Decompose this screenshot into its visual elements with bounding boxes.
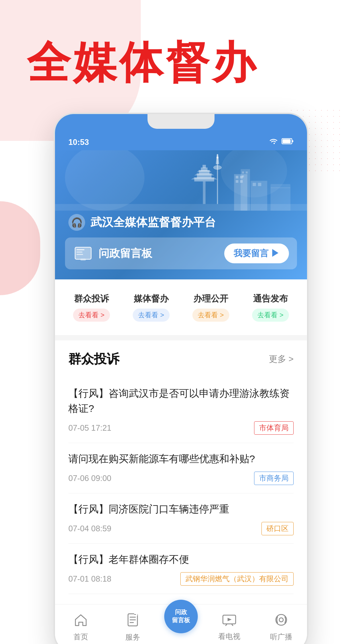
service-icon	[127, 613, 139, 630]
svg-rect-30	[246, 171, 248, 173]
news-item-1[interactable]: 【行风】咨询武汉市是否可以申请办理游泳教练资格证? 07-05 17:21 市体…	[68, 378, 294, 443]
news-title-3: 【行风】同济医院门口车辆违停严重	[68, 501, 294, 517]
svg-rect-2	[292, 140, 293, 142]
svg-rect-33	[75, 247, 91, 259]
svg-rect-31	[242, 175, 244, 177]
category-office-label: 办理公开	[193, 293, 228, 305]
message-board-left: 问政留言板	[73, 245, 152, 262]
category-complaint-btn[interactable]: 去看看 >	[73, 309, 110, 322]
svg-rect-17	[203, 181, 205, 204]
news-tag-3: 硚口区	[261, 522, 294, 535]
nav-item-radio[interactable]: 听广播	[261, 613, 301, 642]
svg-point-7	[214, 165, 222, 169]
svg-marker-16	[197, 170, 212, 172]
news-title-4: 【行风】老年群体圈存不便	[68, 552, 294, 567]
section-title: 群众投诉	[68, 351, 119, 368]
svg-rect-32	[55, 204, 307, 211]
category-complaint-label: 群众投诉	[74, 293, 109, 305]
app-title-row: 🎧 武汉全媒体监督督办平台	[55, 211, 307, 237]
divider	[55, 335, 307, 340]
category-grid: 群众投诉 去看看 > 媒体督办 去看看 > 办理公开 去看看 > 通告发布 去看…	[55, 279, 307, 335]
category-notice[interactable]: 通告发布 去看看 >	[241, 287, 300, 327]
news-item-3[interactable]: 【行风】同济医院门口车辆违停严重 07-04 08:59 硚口区	[68, 493, 294, 544]
app-logo: 🎧	[68, 214, 85, 231]
phone-header: 🎧 武汉全媒体监督督办平台 问政留言	[55, 150, 307, 279]
svg-rect-13	[202, 165, 206, 168]
board-icon	[73, 245, 93, 262]
svg-point-3	[65, 150, 144, 211]
category-notice-btn[interactable]: 去看看 >	[252, 309, 289, 322]
svg-rect-24	[253, 183, 256, 186]
svg-marker-15	[194, 173, 214, 175]
news-title-2: 请问现在购买新能源车有哪些优惠和补贴?	[68, 451, 294, 466]
nav-item-service[interactable]: 服务	[113, 613, 153, 642]
phone-wrapper: 10:53	[0, 113, 362, 644]
svg-marker-46	[228, 618, 232, 621]
svg-rect-35	[76, 252, 82, 253]
status-icons	[269, 138, 294, 147]
category-complaint[interactable]: 群众投诉 去看看 >	[62, 287, 121, 327]
nav-item-tv[interactable]: 看电视	[209, 614, 249, 642]
wifi-icon	[269, 138, 278, 147]
svg-rect-21	[236, 180, 238, 183]
hero-title: 全媒体督办	[0, 0, 362, 113]
news-title-1: 【行风】咨询武汉市是否可以申请办理游泳教练资格证?	[68, 386, 294, 416]
city-skyline	[55, 150, 307, 211]
news-date-3: 07-04 08:59	[68, 524, 111, 533]
app-title-text: 武汉全媒体监督督办平台	[90, 215, 216, 230]
svg-point-8	[217, 157, 219, 159]
news-date-2: 07-06 09:00	[68, 474, 111, 483]
radio-icon	[275, 613, 288, 629]
svg-point-47	[276, 614, 287, 625]
nav-label-radio: 听广播	[270, 632, 292, 642]
status-time: 10:53	[68, 138, 89, 147]
category-office-btn[interactable]: 去看看 >	[192, 309, 229, 322]
home-icon	[74, 613, 87, 629]
category-media[interactable]: 媒体督办 去看看 >	[121, 287, 181, 327]
nav-label-home: 首页	[73, 632, 88, 642]
battery-icon	[282, 138, 294, 147]
nav-center-circle: 问政 留言板	[164, 600, 198, 633]
phone-notch-area	[55, 114, 307, 131]
message-board-button[interactable]: 我要留言 ▶	[224, 244, 289, 263]
news-tag-4: 武钢华润燃气（武汉）有限公司	[180, 572, 294, 586]
news-item-4[interactable]: 【行风】老年群体圈存不便 07-01 08:18 武钢华润燃气（武汉）有限公司	[68, 544, 294, 594]
nav-label-tv: 看电视	[218, 632, 240, 642]
status-bar: 10:53	[55, 131, 307, 150]
news-meta-3: 07-04 08:59 硚口区	[68, 522, 294, 535]
content-area: 群众投诉 更多 > 【行风】咨询武汉市是否可以申请办理游泳教练资格证? 07-0…	[55, 340, 307, 604]
svg-point-48	[279, 618, 283, 622]
section-header: 群众投诉 更多 >	[68, 351, 294, 368]
nav-item-center[interactable]: 问政 留言板	[164, 600, 198, 635]
svg-rect-25	[258, 183, 261, 186]
nav-label-service: 服务	[125, 632, 140, 642]
svg-rect-37	[80, 259, 86, 261]
news-meta-1: 07-05 17:21 市体育局	[68, 421, 294, 435]
svg-rect-29	[242, 171, 244, 173]
news-meta-4: 07-01 08:18 武钢华润燃气（武汉）有限公司	[68, 572, 294, 586]
category-media-label: 媒体督办	[134, 293, 169, 305]
svg-rect-36	[76, 254, 83, 255]
news-date-1: 07-05 17:21	[68, 423, 111, 433]
bottom-nav: 首页 服务 问政 留言板	[55, 604, 307, 644]
news-date-4: 07-01 08:18	[68, 574, 111, 584]
category-media-btn[interactable]: 去看看 >	[133, 309, 169, 322]
nav-item-home[interactable]: 首页	[61, 613, 101, 642]
svg-marker-14	[191, 177, 218, 179]
app-logo-icon: 🎧	[71, 217, 83, 228]
category-notice-label: 通告发布	[253, 293, 288, 305]
tv-icon	[222, 614, 236, 629]
message-board-banner[interactable]: 问政留言板 我要留言 ▶	[65, 237, 297, 269]
category-office[interactable]: 办理公开 去看看 >	[181, 287, 241, 327]
section-more[interactable]: 更多 >	[269, 353, 294, 365]
news-meta-2: 07-06 09:00 市商务局	[68, 472, 294, 485]
svg-rect-27	[270, 184, 290, 188]
message-board-btn-text: 我要留言 ▶	[234, 248, 280, 259]
news-item-2[interactable]: 请问现在购买新能源车有哪些优惠和补贴? 07-06 09:00 市商务局	[68, 443, 294, 493]
svg-marker-6	[216, 154, 219, 164]
phone-mockup: 10:53	[54, 113, 308, 644]
svg-rect-34	[76, 249, 84, 250]
svg-rect-19	[236, 176, 238, 178]
news-tag-1: 市体育局	[254, 421, 294, 435]
phone-notch	[147, 114, 215, 129]
